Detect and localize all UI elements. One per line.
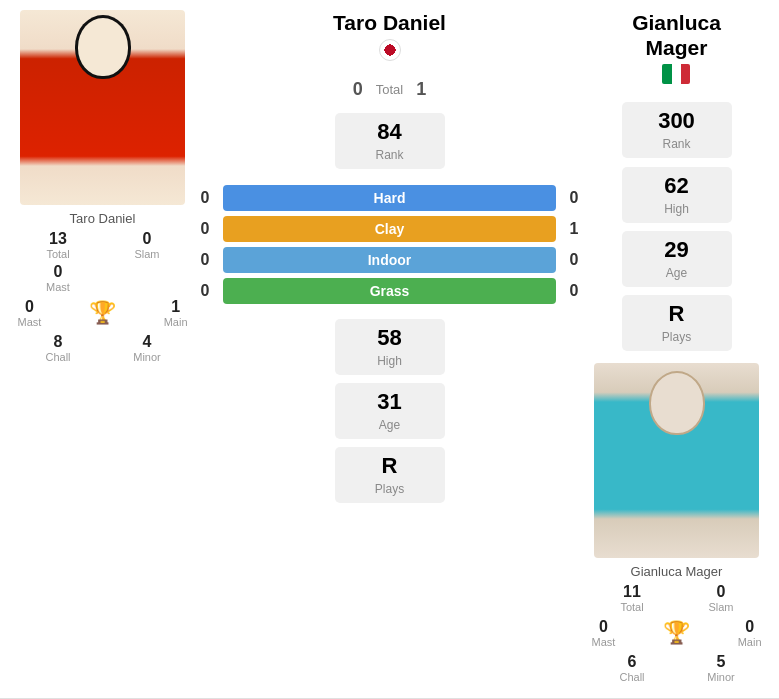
center-col-main: Taro Daniel 0 Total 1 84 Rank 0 Hard <box>195 10 584 507</box>
left-plays-value: R <box>355 453 425 479</box>
right-plays-value: R <box>642 301 712 327</box>
left-rank-label: Rank <box>375 148 403 162</box>
left-main-cell: 1 Main <box>164 298 188 328</box>
right-main-label: Main <box>738 636 762 648</box>
right-chall-label: Chall <box>592 671 673 683</box>
left-mast-lbl: Mast <box>18 316 42 328</box>
right-rank-box: 300 Rank <box>622 102 732 158</box>
left-plays-label: Plays <box>375 482 404 496</box>
total-label: Total <box>376 82 403 97</box>
right-total-label: Total <box>592 601 673 613</box>
left-mast-w-cell: 0 Mast <box>18 298 42 328</box>
grass-score-right: 0 <box>564 282 584 300</box>
indoor-score-left: 0 <box>195 251 215 269</box>
left-high-box: 58 High <box>335 319 445 375</box>
left-player-col: Taro Daniel 13 Total 0 Slam 0 Mast 0 <box>10 10 195 363</box>
right-high-box: 62 High <box>622 167 732 223</box>
clay-row: 0 Clay 1 <box>195 216 584 242</box>
player-compare-row: Taro Daniel 13 Total 0 Slam 0 Mast 0 <box>0 0 779 688</box>
right-player-bottom-stats: 11 Total 0 Slam 0 Mast 🏆 0 Main <box>592 583 762 683</box>
left-trophy-row: 0 Mast 🏆 1 Main <box>18 298 188 328</box>
left-slam-label: Slam <box>107 248 188 260</box>
right-total-value: 11 <box>592 583 673 601</box>
right-trophy-icon: 🏆 <box>663 620 690 646</box>
left-chall-label: Chall <box>18 351 99 363</box>
right-trophy-row: 0 Mast 🏆 0 Main <box>592 618 762 648</box>
left-slam-value: 0 <box>107 230 188 248</box>
right-flag-row <box>632 64 721 84</box>
right-age-label: Age <box>666 266 687 280</box>
left-minor-label: Minor <box>107 351 188 363</box>
left-plays-box: R Plays <box>335 447 445 503</box>
left-chall-value: 8 <box>18 333 99 351</box>
left-total-label: Total <box>18 248 99 260</box>
left-mast-cell: 0 Mast <box>18 263 99 293</box>
left-minor-cell: 4 Minor <box>107 333 188 363</box>
left-age-box: 31 Age <box>335 383 445 439</box>
total-score-right: 1 <box>411 79 431 100</box>
hard-row: 0 Hard 0 <box>195 185 584 211</box>
hard-badge: Hard <box>223 185 556 211</box>
indoor-score-right: 0 <box>564 251 584 269</box>
right-mast-cell: 0 Mast <box>592 618 616 648</box>
right-player-photo <box>594 363 759 558</box>
left-mast-label: Mast <box>18 281 99 293</box>
left-mast-value: 0 <box>18 263 99 281</box>
left-rank-value: 84 <box>355 119 425 145</box>
clay-score-left: 0 <box>195 220 215 238</box>
left-player-name: Taro Daniel <box>70 211 136 226</box>
hard-score-left: 0 <box>195 189 215 207</box>
right-plays-box: R Plays <box>622 295 732 351</box>
grass-badge: Grass <box>223 278 556 304</box>
right-rank-value: 300 <box>642 108 712 134</box>
left-minor-value: 4 <box>107 333 188 351</box>
hard-score-right: 0 <box>564 189 584 207</box>
grass-score-left: 0 <box>195 282 215 300</box>
right-minor-cell: 5 Minor <box>681 653 762 683</box>
right-slam-label: Slam <box>681 601 762 613</box>
right-slam-value: 0 <box>681 583 762 601</box>
left-trophy-icon: 🏆 <box>89 300 116 326</box>
right-high-label: High <box>664 202 689 216</box>
left-high-label: High <box>377 354 402 368</box>
left-mast-w: 0 <box>18 298 42 316</box>
right-mast-label: Mast <box>592 636 616 648</box>
right-mast-value: 0 <box>592 618 616 636</box>
right-player-col: GianlucaMager 300 Rank 62 High <box>584 10 769 683</box>
indoor-badge: Indoor <box>223 247 556 273</box>
right-age-box: 29 Age <box>622 231 732 287</box>
left-rank-box: 84 Rank <box>335 113 445 169</box>
main-container: Taro Daniel 13 Total 0 Slam 0 Mast 0 <box>0 0 779 699</box>
left-player-photo <box>20 10 185 205</box>
right-high-value: 62 <box>642 173 712 199</box>
left-heading-name: Taro Daniel <box>333 10 446 35</box>
right-total-cell: 11 Total <box>592 583 673 613</box>
left-total-value: 13 <box>18 230 99 248</box>
left-player-bottom-stats: 13 Total 0 Slam 0 Mast 0 Mast 🏆 <box>18 230 188 363</box>
right-slam-cell: 0 Slam <box>681 583 762 613</box>
right-plays-label: Plays <box>662 330 691 344</box>
left-name-block: Taro Daniel <box>333 10 446 69</box>
left-slam-cell: 0 Slam <box>107 230 188 260</box>
right-minor-value: 5 <box>681 653 762 671</box>
right-minor-label: Minor <box>681 671 762 683</box>
left-flag-row <box>333 39 446 61</box>
right-chall-cell: 6 Chall <box>592 653 673 683</box>
left-age-value: 31 <box>355 389 425 415</box>
surface-rows: 0 Hard 0 0 Clay 1 0 Indoor 0 0 Grass <box>195 180 584 309</box>
left-main-value: 1 <box>164 298 188 316</box>
right-name-block: GianlucaMager <box>632 10 721 92</box>
left-total-cell: 13 Total <box>18 230 99 260</box>
left-flag-icon <box>379 39 401 61</box>
clay-score-right: 1 <box>564 220 584 238</box>
left-high-value: 58 <box>355 325 425 351</box>
right-rank-label: Rank <box>662 137 690 151</box>
total-score-left: 0 <box>348 79 368 100</box>
right-player-name: Gianluca Mager <box>631 564 723 579</box>
right-heading-name: GianlucaMager <box>632 10 721 60</box>
left-chall-cell: 8 Chall <box>18 333 99 363</box>
left-age-label: Age <box>379 418 400 432</box>
indoor-row: 0 Indoor 0 <box>195 247 584 273</box>
right-main-cell: 0 Main <box>738 618 762 648</box>
right-main-value: 0 <box>738 618 762 636</box>
